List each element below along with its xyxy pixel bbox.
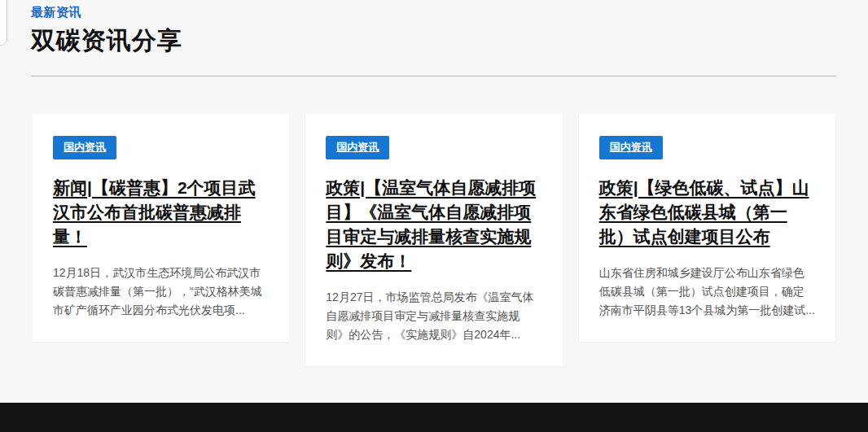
news-card[interactable]: 国内资讯 新闻|【碳普惠】2个项目武汉市公布首批碳普惠减排量！ 12月18日，武… [33, 114, 289, 342]
category-badge[interactable]: 国内资讯 [599, 136, 663, 159]
news-card[interactable]: 国内资讯 政策|【绿色低碳、试点】山东省绿色低碳县城（第一批）试点创建项目公布 … [579, 114, 835, 342]
news-title-link[interactable]: 新闻|【碳普惠】2个项目武汉市公布首批碳普惠减排量！ [53, 176, 269, 249]
section-header: 最新资讯 双碳资讯分享 [31, 5, 837, 58]
page: 最新资讯 双碳资讯分享 国内资讯 新闻|【碳普惠】2个项目武汉市公布首批碳普惠减… [0, 0, 868, 432]
category-badge[interactable]: 国内资讯 [53, 136, 116, 159]
section-divider [31, 76, 836, 76]
page-title: 双碳资讯分享 [31, 24, 837, 58]
footer-bar [0, 403, 868, 432]
news-excerpt: 12月18日，武汉市生态环境局公布武汉市碳普惠减排量（第一批），“武汉格林美城市… [53, 264, 269, 320]
news-title-link[interactable]: 政策|【温室气体自愿减排项目】《温室气体自愿减排项目审定与减排量核查实施规则》发… [326, 176, 541, 273]
news-card-list: 国内资讯 新闻|【碳普惠】2个项目武汉市公布首批碳普惠减排量！ 12月18日，武… [33, 114, 835, 366]
section-eyebrow: 最新资讯 [31, 5, 837, 20]
news-title-link[interactable]: 政策|【绿色低碳、试点】山东省绿色低碳县城（第一批）试点创建项目公布 [599, 176, 815, 249]
window-edge-artifact [0, 0, 7, 46]
news-excerpt: 12月27日，市场监管总局发布《温室气体自愿减排项目审定与减排量核查实施规则》的… [326, 288, 541, 344]
news-excerpt: 山东省住房和城乡建设厅公布山东省绿色低碳县城（第一批）试点创建项目，确定济南市平… [599, 264, 815, 320]
category-badge[interactable]: 国内资讯 [326, 136, 389, 159]
news-card[interactable]: 国内资讯 政策|【温室气体自愿减排项目】《温室气体自愿减排项目审定与减排量核查实… [305, 114, 562, 366]
